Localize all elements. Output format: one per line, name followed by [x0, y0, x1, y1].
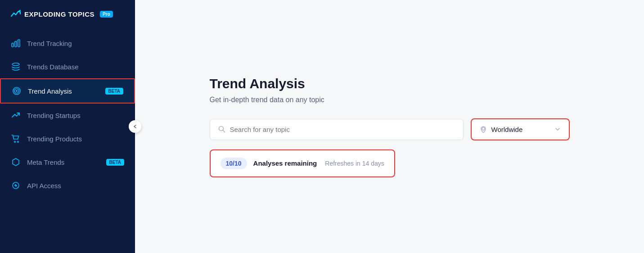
svg-rect-0 [12, 43, 14, 47]
sidebar-label-trending-startups: Trending Startups [27, 112, 124, 119]
cart-icon [11, 134, 21, 143]
svg-point-15 [482, 127, 485, 130]
sidebar-item-trending-products[interactable]: Trending Products [0, 127, 135, 150]
sidebar-item-trend-tracking[interactable]: Trend Tracking [0, 32, 135, 55]
sidebar-label-trend-analysis: Trend Analysis [28, 87, 99, 95]
svg-point-3 [12, 63, 19, 66]
sidebar-toggle-button[interactable] [129, 120, 141, 133]
chevron-down-icon [554, 126, 561, 132]
location-dropdown[interactable]: Worldwide [471, 118, 570, 140]
sidebar-label-trends-database: Trends Database [27, 63, 124, 71]
location-value: Worldwide [491, 126, 550, 133]
sidebar-nav: Trend Tracking Trends Database [0, 28, 135, 201]
chart-bar-icon [11, 39, 21, 48]
logo-area: EXPLODING TOPICS Pro [0, 0, 135, 28]
sidebar-label-trending-products: Trending Products [27, 135, 124, 143]
content-inner: Trend Analysis Get in-depth trend data o… [210, 76, 570, 177]
trending-up-icon [11, 111, 21, 120]
svg-point-6 [16, 90, 18, 92]
logo-icon [11, 10, 21, 18]
analyses-count-badge: 10/10 [221, 158, 247, 169]
sidebar-item-api-access[interactable]: API Access [0, 174, 135, 197]
sidebar-label-trend-tracking: Trend Tracking [27, 40, 124, 47]
meta-trends-beta-badge: BETA [106, 159, 124, 166]
location-icon [480, 126, 487, 133]
sidebar: EXPLODING TOPICS Pro Trend Tracking [0, 0, 135, 253]
sidebar-label-meta-trends: Meta Trends [27, 158, 100, 166]
layers-icon [11, 62, 21, 71]
hexagon-icon [11, 158, 21, 167]
target-icon [12, 86, 22, 95]
trend-analysis-beta-badge: BETA [105, 88, 123, 95]
svg-point-8 [18, 141, 19, 143]
page-subtitle: Get in-depth trend data on any topic [210, 96, 570, 104]
sidebar-item-trends-database[interactable]: Trends Database [0, 55, 135, 78]
main-content: Trend Analysis Get in-depth trend data o… [135, 0, 644, 253]
analyses-label: Analyses remaining [253, 159, 317, 167]
analyses-remaining-box: 10/10 Analyses remaining Refreshes in 14… [210, 149, 395, 177]
sidebar-item-trending-startups[interactable]: Trending Startups [0, 104, 135, 127]
pro-badge: Pro [100, 11, 113, 18]
search-input[interactable] [230, 126, 455, 133]
svg-rect-1 [15, 41, 17, 47]
page-title: Trend Analysis [210, 76, 570, 91]
sidebar-label-api-access: API Access [27, 182, 124, 190]
svg-rect-2 [18, 40, 20, 47]
svg-line-14 [223, 131, 225, 132]
search-box[interactable] [210, 119, 464, 140]
svg-marker-9 [13, 158, 19, 166]
api-icon [11, 181, 21, 190]
logo-text: EXPLODING TOPICS [24, 10, 95, 18]
svg-point-7 [14, 141, 16, 143]
search-icon [218, 126, 225, 133]
sidebar-item-meta-trends[interactable]: Meta Trends BETA [0, 150, 135, 174]
search-row: Worldwide [210, 118, 570, 140]
sidebar-item-trend-analysis[interactable]: Trend Analysis BETA [0, 78, 135, 104]
analyses-refresh-text: Refreshes in 14 days [325, 160, 384, 167]
